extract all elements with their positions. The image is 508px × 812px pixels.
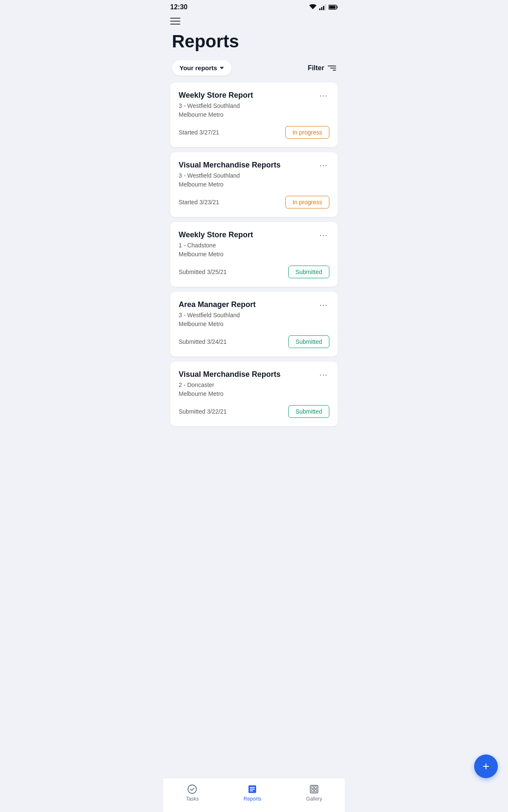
- signal-icon: [319, 4, 326, 10]
- report-location: 2 - Doncaster Melbourne Metro: [179, 381, 329, 398]
- svg-rect-2: [323, 6, 324, 10]
- report-location-line1: 2 - Doncaster: [179, 381, 329, 390]
- svg-rect-1: [321, 7, 323, 10]
- report-location-line1: 3 - Westfield Southland: [179, 102, 329, 110]
- report-title: Weekly Store Report: [179, 91, 318, 100]
- report-footer: Submitted 3/25/21 Submitted: [179, 266, 329, 278]
- status-badge: Submitted: [288, 266, 329, 278]
- svg-rect-13: [312, 787, 314, 789]
- report-card[interactable]: Weekly Store Report ··· 1 - Chadstone Me…: [170, 222, 338, 287]
- reports-list: Weekly Store Report ··· 3 - Westfield So…: [163, 82, 345, 469]
- svg-rect-10: [250, 789, 255, 790]
- report-title: Weekly Store Report: [179, 230, 318, 239]
- svg-rect-6: [329, 6, 336, 9]
- report-more-button[interactable]: ···: [318, 91, 329, 99]
- nav-reports[interactable]: Reports: [237, 782, 268, 804]
- report-card-header: Weekly Store Report ···: [179, 91, 329, 100]
- status-bar: 12:30: [163, 0, 345, 13]
- gallery-nav-label: Gallery: [306, 796, 322, 802]
- report-date: Submitted 3/22/21: [179, 408, 227, 415]
- svg-rect-15: [312, 790, 314, 792]
- report-footer: Started 3/27/21 In progress: [179, 126, 329, 139]
- report-location: 3 - Westfield Southland Melbourne Metro: [179, 171, 329, 189]
- tasks-nav-label: Tasks: [186, 796, 199, 802]
- report-card[interactable]: Visual Merchandise Reports ··· 2 - Donca…: [170, 362, 338, 426]
- wifi-icon: [309, 4, 317, 10]
- reports-nav-icon: [247, 784, 257, 794]
- report-card[interactable]: Area Manager Report ··· 3 - Westfield So…: [170, 292, 338, 357]
- chevron-down-icon: [220, 67, 224, 69]
- report-card[interactable]: Weekly Store Report ··· 3 - Westfield So…: [170, 82, 338, 147]
- page-title: Reports: [163, 28, 345, 60]
- report-location-line2: Melbourne Metro: [179, 250, 329, 259]
- report-date: Submitted 3/25/21: [179, 269, 227, 275]
- report-card-header: Weekly Store Report ···: [179, 230, 329, 239]
- status-time: 12:30: [170, 3, 188, 11]
- report-location-line1: 3 - Westfield Southland: [179, 311, 329, 320]
- gallery-nav-icon: [309, 784, 319, 794]
- tasks-icon: [187, 784, 197, 794]
- report-date: Submitted 3/24/21: [179, 338, 227, 345]
- svg-rect-0: [319, 8, 320, 10]
- status-badge: In progress: [285, 126, 329, 139]
- svg-point-7: [188, 785, 196, 793]
- report-footer: Submitted 3/24/21 Submitted: [179, 335, 329, 348]
- filter-button[interactable]: Filter: [308, 64, 336, 72]
- status-badge: Submitted: [288, 405, 329, 418]
- report-footer: Started 3/23/21 In progress: [179, 196, 329, 208]
- report-location: 3 - Westfield Southland Melbourne Metro: [179, 102, 329, 119]
- report-location-line1: 3 - Westfield Southland: [179, 171, 329, 180]
- report-more-button[interactable]: ···: [318, 230, 329, 239]
- hamburger-menu-button[interactable]: [163, 13, 187, 28]
- report-card-header: Area Manager Report ···: [179, 300, 329, 309]
- hamburger-icon: [170, 18, 180, 25]
- report-card-header: Visual Merchandise Reports ···: [179, 370, 329, 379]
- nav-tasks[interactable]: Tasks: [179, 782, 206, 804]
- toolbar: Your reports Filter: [163, 60, 345, 82]
- report-location-line2: Melbourne Metro: [179, 320, 329, 329]
- report-more-button[interactable]: ···: [318, 370, 329, 379]
- report-date: Started 3/27/21: [179, 129, 219, 136]
- nav-gallery[interactable]: Gallery: [299, 782, 329, 804]
- report-title: Area Manager Report: [179, 300, 318, 309]
- bottom-nav: Tasks Reports Gallery: [163, 778, 345, 812]
- filter-icon: [328, 66, 336, 71]
- status-badge: Submitted: [288, 335, 329, 348]
- your-reports-dropdown[interactable]: Your reports: [172, 60, 232, 76]
- report-more-button[interactable]: ···: [318, 300, 329, 309]
- battery-icon: [329, 5, 338, 10]
- svg-rect-5: [337, 6, 338, 8]
- report-more-button[interactable]: ···: [318, 161, 329, 169]
- report-card[interactable]: Visual Merchandise Reports ··· 3 - Westf…: [170, 152, 338, 217]
- report-location-line2: Melbourne Metro: [179, 180, 329, 189]
- svg-rect-11: [250, 790, 253, 791]
- svg-rect-14: [315, 787, 317, 789]
- svg-rect-3: [325, 4, 326, 10]
- svg-rect-16: [315, 790, 317, 792]
- status-icons: [309, 4, 338, 10]
- reports-nav-label: Reports: [243, 796, 261, 802]
- report-date: Started 3/23/21: [179, 199, 219, 206]
- report-location-line2: Melbourne Metro: [179, 110, 329, 119]
- report-card-header: Visual Merchandise Reports ···: [179, 161, 329, 170]
- report-location: 1 - Chadstone Melbourne Metro: [179, 241, 329, 259]
- report-footer: Submitted 3/22/21 Submitted: [179, 405, 329, 418]
- report-location: 3 - Westfield Southland Melbourne Metro: [179, 311, 329, 329]
- filter-label: Filter: [308, 64, 324, 72]
- report-title: Visual Merchandise Reports: [179, 370, 318, 379]
- status-badge: In progress: [285, 196, 329, 208]
- report-title: Visual Merchandise Reports: [179, 161, 318, 170]
- svg-rect-9: [250, 787, 255, 788]
- your-reports-label: Your reports: [179, 64, 217, 71]
- report-location-line2: Melbourne Metro: [179, 390, 329, 398]
- report-location-line1: 1 - Chadstone: [179, 241, 329, 250]
